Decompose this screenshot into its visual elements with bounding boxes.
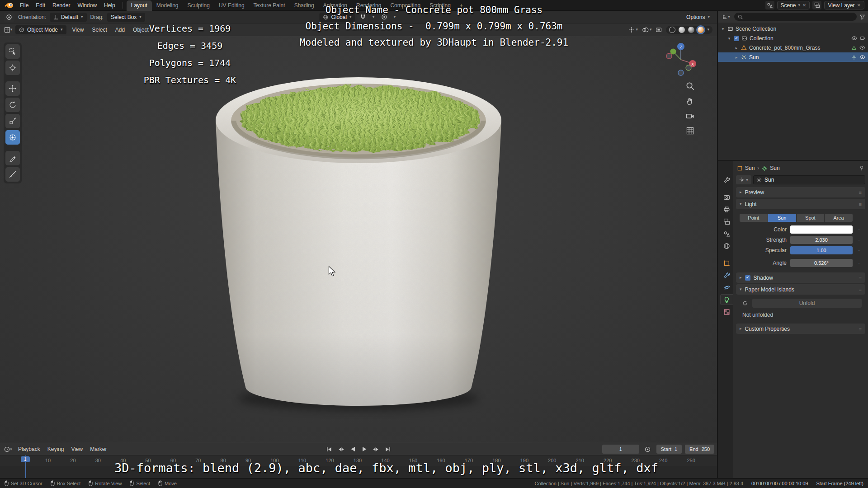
tree-row-mesh-object[interactable]: ▸ Concrete_pot_800mm_Grass <box>718 43 868 52</box>
editor-type-button[interactable]: ▾ <box>3 25 14 34</box>
current-frame-field[interactable]: 1 <box>602 445 639 454</box>
zoom-icon[interactable] <box>684 80 695 91</box>
light-type-button[interactable]: Spot <box>797 214 825 222</box>
viewport-menu-item[interactable]: View <box>68 25 88 34</box>
workspace-tab[interactable]: Compositing <box>386 0 425 11</box>
outliner-search[interactable] <box>734 13 857 21</box>
shading-solid-icon[interactable] <box>679 27 685 33</box>
snap-magnet-icon[interactable] <box>358 13 368 22</box>
overlays-icon[interactable] <box>642 27 649 33</box>
blender-logo-icon[interactable] <box>4 1 14 9</box>
panel-custom-properties[interactable]: ▸ Custom Properties ≡ <box>736 324 865 334</box>
play-icon[interactable] <box>359 445 370 454</box>
expander-icon[interactable]: ▾ <box>721 27 725 31</box>
mode-dropdown[interactable]: Object Mode ▾ <box>15 25 66 34</box>
workspace-tab[interactable]: Sculpting <box>183 0 214 11</box>
tool-select-box[interactable] <box>5 44 20 59</box>
concrete-pot-render[interactable] <box>206 70 513 423</box>
topbar-menu-item[interactable]: Edit <box>32 1 49 10</box>
tab-object-data-icon[interactable] <box>720 294 733 305</box>
workspace-tab[interactable]: Animation <box>319 0 352 11</box>
tool-rotate[interactable] <box>5 98 20 112</box>
topbar-menu-item[interactable]: Render <box>49 1 74 10</box>
shading-rendered-icon[interactable] <box>698 27 704 33</box>
proportional-editing-icon[interactable] <box>379 13 390 22</box>
timeline-ruler[interactable]: 1020304050607080901001101201301401501601… <box>0 455 717 466</box>
tab-scene-icon[interactable] <box>720 228 733 239</box>
expander-icon[interactable]: ▾ <box>727 36 731 41</box>
close-icon[interactable]: ✕ <box>857 3 861 8</box>
timeline-menu-item[interactable]: View <box>67 445 86 454</box>
playhead-frame-badge[interactable]: 1 <box>21 456 30 462</box>
unfold-button[interactable]: Unfold <box>752 299 862 308</box>
pan-hand-icon[interactable] <box>684 95 695 106</box>
toggle-perspective-icon[interactable] <box>684 125 695 136</box>
tab-modifiers-icon[interactable] <box>720 270 733 281</box>
color-swatch[interactable] <box>790 225 853 234</box>
light-name-field[interactable] <box>753 175 865 184</box>
shading-wireframe-icon[interactable] <box>669 27 675 33</box>
xray-toggle-icon[interactable] <box>656 27 662 33</box>
auto-keying-icon[interactable] <box>642 445 653 454</box>
tool-transform[interactable] <box>5 130 20 145</box>
tab-texture-icon[interactable] <box>720 306 733 317</box>
prev-keyframe-icon[interactable] <box>336 445 346 454</box>
viewport-3d[interactable]: Z X <box>0 36 717 443</box>
shading-material-icon[interactable] <box>688 27 694 33</box>
tab-output-icon[interactable] <box>720 204 733 215</box>
tab-physics-icon[interactable] <box>720 282 733 293</box>
timeline-editor-type-button[interactable]: ▾ <box>3 445 14 454</box>
browse-light-data-button[interactable]: ▾ <box>736 175 751 184</box>
timeline-menu-item[interactable]: Keying <box>44 445 68 454</box>
shadow-checkbox[interactable]: ✔ <box>745 275 750 281</box>
browse-scene-icon[interactable] <box>765 1 774 9</box>
tab-object-icon[interactable] <box>720 258 733 268</box>
add-workspace-button[interactable]: + <box>456 0 467 10</box>
strength-field[interactable]: 2.030 <box>790 236 853 244</box>
pin-icon[interactable] <box>859 165 864 171</box>
light-data-icon[interactable] <box>851 55 857 60</box>
tree-row-light-object[interactable]: ▸ Sun <box>718 52 868 62</box>
angle-field[interactable]: 0.526° <box>790 259 853 267</box>
topbar-menu-item[interactable]: File <box>16 1 32 10</box>
collection-checkbox[interactable]: ✔ <box>734 36 739 41</box>
timeline-track-area[interactable] <box>0 466 717 478</box>
play-reverse-icon[interactable] <box>348 445 358 454</box>
tab-render-icon[interactable] <box>720 192 733 202</box>
gizmo-y-axis[interactable] <box>670 49 676 55</box>
eye-icon[interactable] <box>851 36 857 41</box>
workspace-tab[interactable]: Scripting <box>425 0 455 11</box>
options-dropdown[interactable]: Options ▾ <box>683 13 713 22</box>
panel-paper-model[interactable]: ▾ Paper Model Islands ≡ <box>736 284 865 295</box>
drag-dropdown[interactable]: Select Box ▾ <box>107 13 145 22</box>
animate-dot-icon[interactable]: · <box>856 227 862 232</box>
scene-selector[interactable]: Scene ▾ ✕ <box>777 1 810 9</box>
proportional-dropdown[interactable]: ▾ <box>392 13 398 22</box>
orientation-dropdown[interactable]: Default ▾ <box>50 13 87 22</box>
panel-light[interactable]: ▾ Light ≡ <box>736 199 865 209</box>
filter-icon[interactable] <box>859 14 865 20</box>
tool-annotate[interactable] <box>5 151 20 165</box>
light-type-button[interactable]: Sun <box>768 214 797 222</box>
timeline-menu-item[interactable]: Marker <box>86 445 110 454</box>
snap-dropdown[interactable]: ▾ <box>371 13 377 22</box>
light-type-button[interactable]: Point <box>740 214 768 222</box>
next-keyframe-icon[interactable] <box>371 445 382 454</box>
expander-icon[interactable]: ▸ <box>734 46 739 50</box>
workspace-tab[interactable]: Shading <box>290 0 319 11</box>
refresh-icon[interactable] <box>740 299 750 308</box>
viewport-menu-item[interactable]: Object <box>129 25 153 34</box>
panel-preview[interactable]: ▸ Preview ≡ <box>736 187 865 197</box>
panel-shadow[interactable]: ▸ ✔ Shadow ≡ <box>736 272 865 283</box>
timeline-menu-item[interactable]: Playback <box>14 445 44 454</box>
tab-world-icon[interactable] <box>720 240 733 251</box>
jump-to-end-icon[interactable] <box>383 445 393 454</box>
outliner-editor-type-button[interactable]: ▾ <box>721 12 731 21</box>
active-tool-icon[interactable] <box>4 13 14 22</box>
light-type-button[interactable]: Area <box>825 214 853 222</box>
expander-icon[interactable]: ▸ <box>734 55 739 60</box>
specular-field[interactable]: 1.00 <box>790 246 853 254</box>
tree-row-collection[interactable]: ▾ ✔ Collection <box>718 33 868 43</box>
tree-row-scene-collection[interactable]: ▾ Scene Collection <box>718 24 868 33</box>
workspace-tab[interactable]: Texture Paint <box>249 0 290 11</box>
